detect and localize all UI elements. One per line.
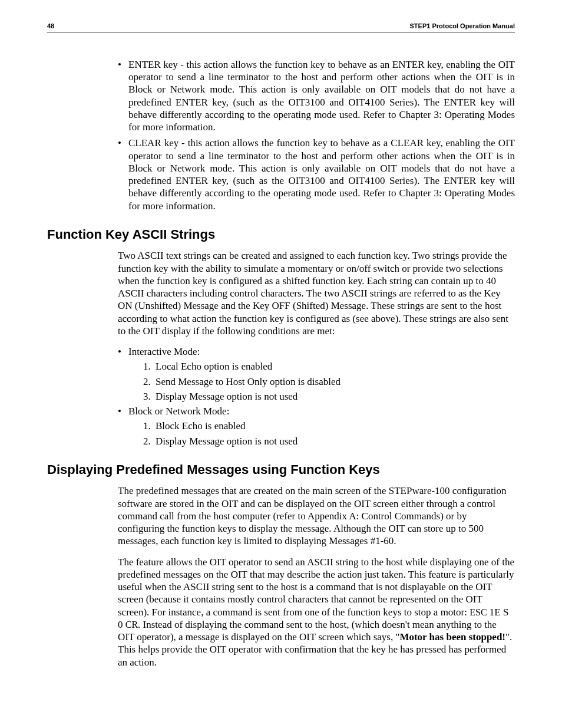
section2-para2: The feature allows the OIT operator to s… xyxy=(118,556,515,668)
list-item: Send Message to Host Only option is disa… xyxy=(153,375,515,388)
section2-para1: The predefined messages that are created… xyxy=(118,485,515,547)
heading-ascii-strings: Function Key ASCII Strings xyxy=(47,226,515,243)
mode-block-network-label: Block or Network Mode: xyxy=(128,406,229,417)
mode-block-network: Block or Network Mode: Block Echo is ena… xyxy=(118,405,515,447)
list-item: Display Message option is not used xyxy=(153,435,515,447)
para2-pre: The feature allows the OIT operator to s… xyxy=(118,556,514,618)
page-header: 48 STEP1 Protocol Operation Manual xyxy=(47,22,515,32)
cmd-esc: ESC xyxy=(470,607,487,617)
bullet-enter-key: ENTER key - this action allows the funct… xyxy=(118,58,515,134)
mode-block-network-items: Block Echo is enabled Display Message op… xyxy=(128,420,515,447)
top-bullet-list: ENTER key - this action allows the funct… xyxy=(118,58,515,212)
list-item: Block Echo is enabled xyxy=(153,420,515,432)
cmd-cr: CR xyxy=(125,620,138,630)
list-item: Display Message option is not used xyxy=(153,390,515,403)
mode-interactive-items: Local Echo option is enabled Send Messag… xyxy=(128,360,515,403)
page-number: 48 xyxy=(47,22,54,31)
section1-body: Two ASCII text strings can be created an… xyxy=(118,249,515,447)
section2-body: The predefined messages that are created… xyxy=(118,485,515,668)
mode-list: Interactive Mode: Local Echo option is e… xyxy=(118,345,515,447)
top-bullet-section: ENTER key - this action allows the funct… xyxy=(118,58,515,212)
heading-predefined-messages: Displaying Predefined Messages using Fun… xyxy=(47,462,515,478)
section1-intro: Two ASCII text strings can be created an… xyxy=(118,249,515,337)
mode-interactive: Interactive Mode: Local Echo option is e… xyxy=(118,345,515,403)
list-item: Local Echo option is enabled xyxy=(153,360,515,373)
bullet-clear-key: CLEAR key - this action allows the funct… xyxy=(118,137,515,212)
para2-bold: Motor has been stopped! xyxy=(399,631,505,643)
manual-title: STEP1 Protocol Operation Manual xyxy=(410,22,515,31)
mode-interactive-label: Interactive Mode: xyxy=(128,346,200,357)
